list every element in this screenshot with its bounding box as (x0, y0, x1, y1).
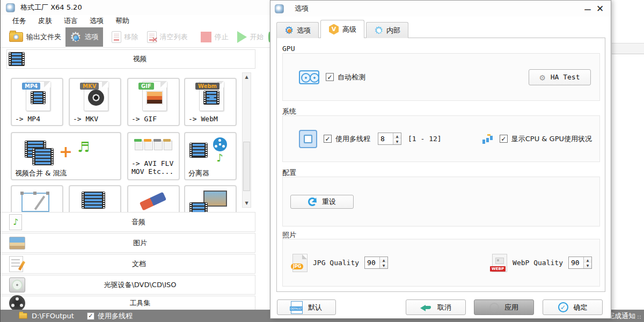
apply-button[interactable]: 应用 (474, 299, 534, 315)
spin-down-icon[interactable]: ▼ (380, 263, 387, 269)
task-list-panel (612, 0, 644, 310)
category-audio[interactable]: ♪ 音频 (1, 212, 255, 232)
folder-icon (19, 313, 27, 319)
webp-quality-label: WebP Quality (513, 259, 563, 267)
reel-icon (213, 137, 227, 151)
tile-to-mkv[interactable]: MKV -> MKV (69, 78, 121, 126)
tile-to-avi-flv-mov[interactable]: -> AVI FLV MOV Etc... (127, 132, 180, 180)
film-icon (9, 52, 25, 66)
tab-advanced[interactable]: V 高级 (320, 20, 364, 38)
menu-help[interactable]: 帮助 (113, 16, 131, 26)
webp-file-icon (492, 254, 507, 272)
tile-to-webm[interactable]: Webm -> WebM (184, 78, 237, 126)
tile-splitter[interactable]: ♪ 分离器 (184, 132, 237, 180)
gear-icon: ⚙ (70, 31, 82, 43)
category-toolset[interactable]: 工具集 (1, 296, 255, 310)
usage-chart-icon (482, 134, 493, 144)
video-format-tiles: MP4 -> MP4 MKV -> MKV GIF -> GIF (1, 71, 270, 212)
tile-label: -> AVI FLV MOV Etc... (131, 160, 177, 176)
thread-count-input[interactable] (378, 133, 393, 144)
category-document[interactable]: 文档 (1, 254, 255, 274)
hexagon-v-icon: V (328, 24, 339, 35)
tiles-scrollbar[interactable]: ▲ ▼ (242, 72, 251, 208)
stop-button[interactable]: 停止 (196, 27, 233, 47)
menu-options[interactable]: 选项 (87, 16, 106, 26)
system-section: 使用多线程 ▲▼ [1 - 12] 显示CPU & GPU使用状况 (282, 115, 600, 162)
spin-down-icon[interactable]: ▼ (393, 139, 401, 145)
output-folder-button[interactable]: 输出文件夹 (5, 27, 65, 47)
spin-up-icon[interactable]: ▲ (380, 257, 387, 263)
category-picture[interactable]: 图片 (1, 233, 255, 253)
spin-down-icon[interactable]: ▼ (584, 263, 591, 269)
film-icon (82, 192, 105, 209)
video-section-label: 视频 (25, 54, 255, 64)
cd-icon (9, 277, 25, 292)
check-circle-icon (558, 302, 568, 312)
auto-detect-checkbox[interactable] (326, 73, 334, 81)
dialog-tabs: ⚙ 选项 V 高级 ⚙ 内部 (276, 20, 410, 38)
dialog-close-button[interactable]: ✕ (594, 3, 606, 14)
dialog-titlebar: 选项 (270, 1, 611, 17)
jpg-quality-input[interactable] (365, 257, 379, 268)
start-button[interactable]: 开始 (233, 27, 268, 47)
multithread-checkbox[interactable] (87, 312, 94, 320)
jpg-quality-spinner[interactable]: ▲▼ (364, 257, 388, 269)
scroll-down-arrow[interactable]: ▼ (243, 199, 251, 207)
menu-tasks[interactable]: 任务 (10, 16, 28, 26)
menu-language[interactable]: 语言 (62, 16, 80, 26)
webp-quality-spinner[interactable]: ▲▼ (568, 257, 592, 269)
resize-grip[interactable] (637, 315, 642, 320)
film-icon (189, 143, 208, 158)
tile-to-gif[interactable]: GIF -> GIF (127, 78, 180, 126)
webp-quality-input[interactable] (569, 257, 583, 268)
dialog-minimize-button[interactable]: — (582, 3, 594, 14)
cancel-button[interactable]: 取消 (406, 299, 466, 315)
multi-format-icons (135, 141, 172, 150)
gear-icon: ⚙ (284, 25, 294, 35)
gear-icon: ⚙ (374, 25, 383, 35)
category-disc-device[interactable]: 光驱设备\DVD\CD\ISO (1, 275, 255, 295)
spin-up-icon[interactable]: ▲ (584, 257, 591, 263)
tile-label: 视频合并 & 混流 (15, 170, 118, 178)
menu-skin[interactable]: 皮肤 (36, 16, 54, 26)
gif-badge: GIF (138, 83, 154, 90)
stop-icon (201, 32, 211, 42)
remove-button[interactable]: 移除 (107, 27, 143, 47)
tile-edit-partial[interactable] (69, 185, 121, 212)
disc-icon (88, 90, 104, 106)
video-section-header[interactable]: 视频 (6, 49, 255, 69)
show-usage-checkbox[interactable] (500, 135, 508, 143)
back-arrow-icon (420, 303, 432, 312)
main-window-title: 格式工厂 X64 5.20 (20, 3, 82, 12)
scrollbar-thumb[interactable] (243, 142, 250, 191)
tab-internal[interactable]: ⚙ 内部 (366, 22, 408, 38)
tile-video-merge-mux[interactable]: + ♬ 视频合并 & 混流 (11, 132, 121, 180)
default-button[interactable]: 默认 (277, 299, 336, 315)
options-button[interactable]: ⚙ 选项 (65, 27, 103, 47)
reset-button[interactable]: 重设 (290, 195, 354, 209)
tile-eraser-partial[interactable] (127, 185, 180, 212)
spinner-arrows[interactable]: ▲▼ (393, 133, 401, 144)
ok-button[interactable]: 确定 (543, 299, 603, 315)
tab-options[interactable]: ⚙ 选项 (276, 22, 319, 38)
output-path[interactable]: D:\FFOutput (32, 312, 74, 320)
apply-circle-icon (489, 303, 499, 312)
use-multithread-checkbox[interactable] (324, 135, 332, 143)
film-icon (31, 91, 46, 104)
file-sheet-icon: GIF (142, 81, 167, 111)
clear-list-button[interactable]: ✕ 清空列表 (143, 27, 192, 47)
spin-up-icon[interactable]: ▲ (393, 133, 401, 139)
scroll-up-arrow[interactable]: ▲ (243, 73, 251, 81)
ha-test-button[interactable]: ⚙ HA Test (529, 69, 591, 85)
tile-label: -> WebM (188, 115, 233, 123)
gpu-section: 自动检测 ⚙ HA Test (282, 53, 600, 101)
thread-count-spinner[interactable]: ▲▼ (378, 133, 401, 145)
spinner-arrows[interactable]: ▲▼ (583, 257, 591, 268)
category-list: ♪ 音频 图片 文档 光驱设备\DVD\CD\ISO 工具集 (1, 212, 270, 310)
auto-detect-label: 自动检测 (338, 72, 365, 82)
tile-to-mp4[interactable]: MP4 -> MP4 (11, 78, 63, 126)
tile-crop-partial[interactable] (11, 185, 63, 212)
spinner-arrows[interactable]: ▲▼ (379, 257, 387, 268)
finish-notify-label[interactable]: 完成通知 (608, 311, 635, 321)
tile-screen-partial[interactable] (184, 185, 237, 212)
